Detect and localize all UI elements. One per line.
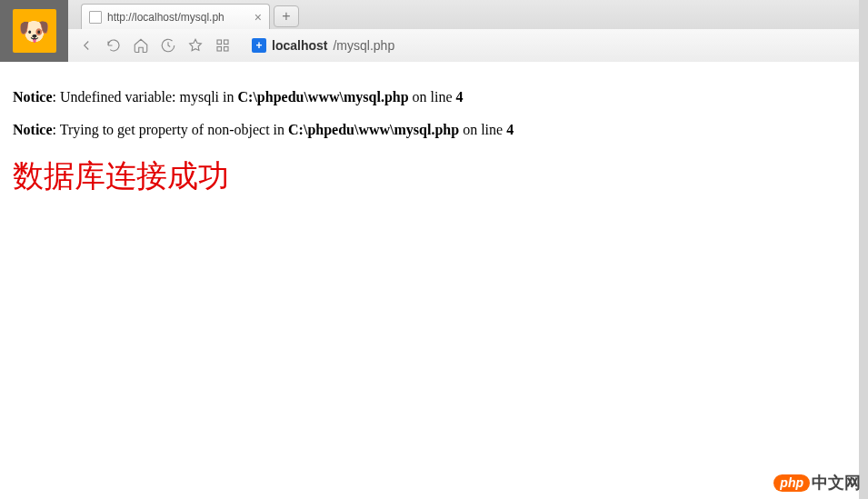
notice-file: C:\phpedu\www\mysql.php — [238, 89, 409, 105]
notice-online: on line — [409, 89, 456, 105]
site-favicon: + — [252, 38, 266, 53]
scrollbar-track[interactable] — [859, 0, 868, 499]
grid-icon[interactable] — [214, 36, 232, 55]
tab-title: http://localhost/mysql.ph — [107, 11, 224, 24]
notice-message: Undefined variable: mysqli in — [60, 89, 238, 105]
reload-icon[interactable] — [105, 36, 123, 55]
watermark-text: 中文网 — [812, 472, 861, 494]
svg-rect-0 — [217, 40, 222, 45]
watermark-badge: php — [773, 474, 810, 492]
address-bar[interactable]: + localhost/mysql.php — [244, 34, 402, 57]
svg-rect-1 — [224, 40, 229, 45]
page-content: Notice: Undefined variable: mysqli in C:… — [0, 62, 868, 499]
notice-line-number: 4 — [506, 122, 514, 137]
browser-tab[interactable]: http://localhost/mysql.ph × — [81, 4, 270, 29]
notice-online: on line — [459, 122, 506, 137]
app-avatar: 🐶 — [13, 9, 56, 53]
home-icon[interactable] — [132, 36, 150, 55]
tab-strip: http://localhost/mysql.ph × + — [68, 0, 868, 29]
url-path: /mysql.php — [333, 38, 394, 53]
notice-sep: : — [53, 89, 60, 105]
page-icon — [89, 11, 102, 24]
notice-line-number: 4 — [456, 89, 464, 105]
toolbar: + localhost/mysql.php — [68, 29, 868, 62]
history-icon[interactable] — [159, 36, 177, 55]
svg-rect-3 — [224, 47, 229, 52]
notice-message: Trying to get property of non-object in — [60, 122, 288, 137]
tab-close-icon[interactable]: × — [254, 11, 262, 24]
notice-sep: : — [53, 122, 60, 137]
watermark: php 中文网 — [773, 472, 861, 494]
browser-chrome: http://localhost/mysql.ph × + + localhos… — [68, 0, 868, 62]
notice-label: Notice — [13, 122, 53, 137]
url-host: localhost — [272, 38, 327, 53]
new-tab-button[interactable]: + — [274, 5, 299, 27]
success-heading: 数据库连接成功 — [13, 155, 855, 197]
php-notice: Notice: Trying to get property of non-ob… — [13, 120, 855, 140]
sidebar-avatar-panel: 🐶 — [0, 0, 68, 62]
back-icon[interactable] — [77, 36, 95, 55]
notice-label: Notice — [13, 89, 53, 105]
notice-file: C:\phpedu\www\mysql.php — [288, 122, 459, 137]
star-icon[interactable] — [186, 36, 205, 55]
php-notice: Notice: Undefined variable: mysqli in C:… — [13, 87, 855, 107]
svg-rect-2 — [217, 47, 222, 52]
